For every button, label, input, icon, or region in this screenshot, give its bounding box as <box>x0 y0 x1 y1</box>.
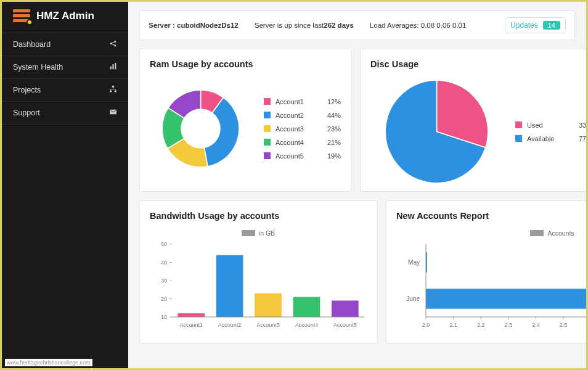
legend-item: Account519% <box>264 152 341 160</box>
svg-text:2.1: 2.1 <box>449 322 457 328</box>
svg-rect-6 <box>112 86 114 88</box>
nav-dashboard[interactable]: Dashboard <box>2 33 128 56</box>
ram-donut-chart <box>150 78 251 179</box>
accounts-hbar-chart: 2.02.12.22.32.42.52.62.72.82.93.0MayJune <box>396 239 586 331</box>
legend-item: Used33% <box>515 121 586 129</box>
brand: HMZ Admin <box>2 2 128 33</box>
card-bandwidth: Bandwidth Usage by accounts in GB 102030… <box>139 200 377 343</box>
card-title: Ram Usage by accounts <box>150 59 341 69</box>
load-info: Load Averages: 0.08 0.06 0.01 <box>370 22 466 29</box>
svg-text:2.5: 2.5 <box>560 322 568 328</box>
svg-text:Account3: Account3 <box>256 322 280 328</box>
legend-item: Account244% <box>264 112 341 119</box>
svg-text:May: May <box>408 259 420 266</box>
svg-rect-23 <box>255 294 282 317</box>
card-title: New Accounts Report <box>396 211 586 221</box>
svg-rect-7 <box>110 91 112 92</box>
card-new-accounts: New Accounts Report Accounts 2.02.12.22.… <box>386 200 586 343</box>
watermark: www.heritagechristiancollege.com <box>5 359 92 366</box>
updates-button[interactable]: Updates 14 <box>505 17 566 33</box>
svg-text:20: 20 <box>161 296 167 302</box>
card-ram-usage: Ram Usage by accounts Account112%Account… <box>139 49 351 192</box>
card-title: Disc Usage <box>370 59 586 69</box>
sitemap-icon <box>109 85 117 95</box>
nav-label: Dashboard <box>13 40 51 49</box>
nav-label: System Health <box>13 63 63 72</box>
svg-rect-27 <box>332 300 359 317</box>
bandwidth-bar-chart: 1020304050Account1Account2Account3Accoun… <box>150 239 368 331</box>
svg-rect-5 <box>115 63 116 69</box>
svg-text:Account2: Account2 <box>218 322 242 328</box>
svg-text:50: 50 <box>161 241 167 247</box>
updates-label: Updates <box>510 21 538 30</box>
svg-rect-21 <box>216 255 243 317</box>
svg-text:June: June <box>406 295 420 302</box>
legend-item: Account421% <box>264 139 341 146</box>
svg-text:Account1: Account1 <box>179 322 203 328</box>
svg-text:2.0: 2.0 <box>422 322 430 328</box>
svg-rect-8 <box>115 91 116 92</box>
svg-text:30: 30 <box>161 278 167 284</box>
svg-rect-54 <box>426 289 586 308</box>
disc-legend: Used33%Available77% <box>515 121 586 142</box>
main: Server : cuboidNodezDs12 Server is up si… <box>128 2 586 368</box>
disc-pie-chart <box>383 78 491 186</box>
sidebar: HMZ Admin Dashboard System Health Projec… <box>2 2 128 368</box>
nav-label: Projects <box>13 86 41 94</box>
svg-text:Account5: Account5 <box>333 322 357 328</box>
bar-chart-icon <box>109 62 117 72</box>
uptime-info: Server is up since last262 days <box>255 22 354 29</box>
svg-rect-19 <box>178 313 205 317</box>
svg-text:10: 10 <box>161 314 167 320</box>
legend-item: Account112% <box>264 98 341 105</box>
svg-text:2.2: 2.2 <box>477 322 485 328</box>
svg-rect-25 <box>293 297 321 317</box>
nav-projects[interactable]: Projects <box>2 79 128 102</box>
card-disc-usage: Disc Usage Used33%Available77% <box>360 49 586 192</box>
updates-badge: 14 <box>543 21 560 30</box>
status-bar: Server : cuboidNodezDs12 Server is up si… <box>139 10 575 40</box>
nav-system-health[interactable]: System Health <box>2 56 128 79</box>
share-icon <box>109 39 117 49</box>
nav-label: Support <box>13 109 40 117</box>
ram-legend: Account112%Account244%Account323%Account… <box>264 98 341 160</box>
server-info: Server : cuboidNodezDs12 <box>149 22 239 29</box>
legend-item: Account323% <box>264 125 341 133</box>
legend-item: Available77% <box>515 135 586 142</box>
svg-text:40: 40 <box>161 260 167 266</box>
bandwidth-legend: in GB <box>150 229 367 237</box>
brand-icon <box>13 9 30 23</box>
svg-text:2.3: 2.3 <box>505 322 513 328</box>
envelope-icon <box>109 108 117 118</box>
brand-title: HMZ Admin <box>36 10 94 22</box>
svg-rect-4 <box>112 64 113 69</box>
nav-support[interactable]: Support <box>2 102 128 125</box>
svg-text:2.4: 2.4 <box>532 322 540 328</box>
accounts-legend: Accounts <box>396 229 586 237</box>
card-title: Bandwidth Usage by accounts <box>150 211 367 221</box>
svg-rect-3 <box>110 67 112 70</box>
svg-text:Account4: Account4 <box>295 322 319 328</box>
